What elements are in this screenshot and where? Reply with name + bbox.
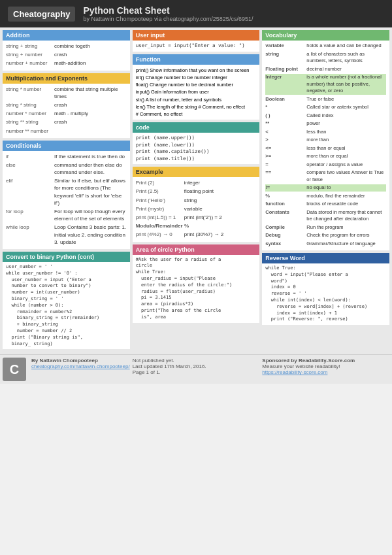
vocabulary-header: Vocabulary bbox=[262, 30, 389, 41]
section-reverseword: Reverse Word while True: word = input("P… bbox=[262, 253, 389, 325]
list-item: stringa list of characters such as numbe… bbox=[265, 51, 386, 65]
section-areacircle: Area of circle Python #Ask the user for … bbox=[133, 244, 260, 323]
section-code: code print (name.upper()) print (name.lo… bbox=[133, 122, 260, 164]
section-vocabulary: Vocabulary variableholds a value and can… bbox=[262, 30, 389, 250]
header: Cheatography Python Cheat Sheet by Natta… bbox=[0, 0, 392, 27]
list-item: <=less than or equal bbox=[265, 145, 386, 152]
list-item: Print (mystr) variable bbox=[136, 205, 257, 212]
footer-sponsor-link[interactable]: https://readability-score.com bbox=[262, 369, 327, 375]
reverseword-content: while True: word = input("Please enter a… bbox=[262, 263, 389, 325]
list-item: number ** number bbox=[6, 127, 127, 135]
list-item: *Called star or asterix symbol bbox=[265, 104, 386, 111]
list-item: >more than bbox=[265, 137, 386, 144]
list-item: functionblocks of reusable code bbox=[265, 201, 386, 208]
list-item: ==compare two values Answer is True or f… bbox=[265, 169, 386, 183]
main-content: Addition string + string combine togeth … bbox=[0, 27, 392, 354]
page-subtitle: by Nattawin Chompooteep via cheatography… bbox=[83, 16, 253, 22]
list-item: ( )Called index bbox=[265, 112, 386, 120]
list-item: print (4%2) → 0 print (30%7) → 2 bbox=[136, 231, 257, 238]
list-item: number + number math-addition bbox=[6, 59, 127, 67]
list-item: while loop Loop Contains 3 basic parts: … bbox=[6, 224, 127, 246]
section-conditionals: Conditionals if If the statement is true… bbox=[3, 141, 130, 249]
list-item: BooleanTrue or false bbox=[265, 96, 386, 103]
list-item: ConstantsData stored in memory that cann… bbox=[265, 209, 386, 223]
list-item: <less than bbox=[265, 129, 386, 136]
footer-page: Page 1 of 1. bbox=[133, 369, 161, 375]
column-right: Vocabulary variableholds a value and can… bbox=[262, 30, 389, 352]
logo: Cheatography bbox=[8, 7, 75, 22]
list-item: string + string combine togeth bbox=[6, 42, 127, 50]
footer-author-link[interactable]: cheatography.com/nattawin-chompooteep/ bbox=[31, 363, 130, 369]
footer-right: Sponsored by Readability-Score.com Measu… bbox=[262, 358, 389, 381]
convert-header: Convert to binary Python (cont) bbox=[3, 252, 130, 262]
logo-text: Cheatography bbox=[13, 9, 70, 19]
userinput-content: user_input = input("Enter a value: ") bbox=[133, 41, 260, 52]
section-function: Function print() Show information that y… bbox=[133, 54, 260, 120]
footer-logo: C bbox=[3, 358, 26, 381]
section-userinput: User input user_input = input("Enter a v… bbox=[133, 30, 260, 52]
footer: C By Nattawin Chompooteep cheatography.c… bbox=[0, 354, 392, 384]
list-item: >=more than or equal bbox=[265, 153, 386, 160]
list-item: Print ('Hello') string bbox=[136, 197, 257, 204]
page-title: Python Cheat Sheet bbox=[83, 5, 253, 16]
list-item: %modulo, find the remainder bbox=[265, 193, 386, 200]
section-multiplication: Multiplication and Exponents string * nu… bbox=[3, 73, 130, 138]
footer-mid: Not published yet. Last updated 17th Mar… bbox=[133, 358, 260, 381]
code-header: code bbox=[133, 122, 260, 133]
footer-author-name: By Nattawin Chompooteep bbox=[31, 358, 98, 363]
footer-left: C By Nattawin Chompooteep cheatography.c… bbox=[3, 358, 130, 381]
list-item: Print (2.5) floating point bbox=[136, 188, 257, 195]
function-content: print() Show information that you want o… bbox=[133, 65, 260, 120]
userinput-header: User input bbox=[133, 30, 260, 41]
list-item: else command under then else do command … bbox=[6, 161, 127, 176]
list-item: for loop For loop will loop though every… bbox=[6, 208, 127, 222]
reverseword-code: while True: word = input("Please enter a… bbox=[265, 265, 386, 323]
convert-code: user_number = ' ' while user_number != '… bbox=[6, 264, 127, 347]
list-item: CompileRun the program bbox=[265, 224, 386, 231]
column-mid: User input user_input = input("Enter a v… bbox=[133, 30, 260, 352]
section-addition: Addition string + string combine togeth … bbox=[3, 30, 130, 71]
footer-last-updated: Last updated 17th March, 2016. bbox=[133, 363, 206, 369]
conditionals-header: Conditionals bbox=[3, 141, 130, 151]
multiplication-content: string * number combine that string mult… bbox=[3, 84, 130, 138]
areacircle-code: #Ask the user for a radius of a circle w… bbox=[136, 257, 257, 321]
areacircle-content: #Ask the user for a radius of a circle w… bbox=[133, 255, 260, 323]
list-item: print (int(1.5)) = 1 print (int('2')) = … bbox=[136, 214, 257, 221]
list-item: if If the statement is true then do bbox=[6, 153, 127, 160]
reverseword-header: Reverse Word bbox=[262, 253, 389, 263]
list-item: **power bbox=[265, 120, 386, 127]
column-left: Addition string + string combine togeth … bbox=[3, 30, 130, 352]
list-item: elif Similar to if else, but elif allows… bbox=[6, 177, 127, 207]
function-header: Function bbox=[133, 54, 260, 65]
example-header: Excample bbox=[133, 167, 260, 177]
list-item: !=no equal to bbox=[265, 184, 386, 192]
code-lines: print (name.upper()) print (name.lower()… bbox=[136, 135, 257, 162]
vocabulary-content: variableholds a value and can be changed… bbox=[262, 41, 389, 250]
list-item: string ** string crash bbox=[6, 118, 127, 126]
list-item: string * number combine that string mult… bbox=[6, 86, 127, 100]
list-item: Print (2) integer bbox=[136, 179, 257, 186]
header-title-block: Python Cheat Sheet by Nattawin Chompoote… bbox=[83, 5, 253, 22]
list-item: string * string crash bbox=[6, 101, 127, 109]
list-item: DebugCheck the program for errors bbox=[265, 232, 386, 239]
footer-sponsor-desc: Measure your website readability! bbox=[262, 363, 340, 369]
list-item: Integeris a whole number (not a fraction… bbox=[265, 74, 386, 95]
list-item: Floating pointdecimal number bbox=[265, 66, 386, 73]
list-item: string + number crash bbox=[6, 51, 127, 58]
section-example: Excample Print (2) integer Print (2.5) f… bbox=[133, 167, 260, 241]
addition-header: Addition bbox=[3, 30, 130, 41]
userinput-code: user_input = input("Enter a value: ") bbox=[136, 42, 257, 50]
convert-content: user_number = ' ' while user_number != '… bbox=[3, 262, 130, 349]
code-content: print (name.upper()) print (name.lower()… bbox=[133, 133, 260, 164]
conditionals-content: if If the statement is true then do else… bbox=[3, 151, 130, 249]
footer-published: Not published yet. bbox=[133, 358, 174, 363]
list-item: number * number math - multiply bbox=[6, 110, 127, 117]
footer-sponsor-label: Sponsored by Readability-Score.com bbox=[262, 358, 355, 363]
list-item: variableholds a value and can be changed bbox=[265, 42, 386, 50]
list-item: Modulo/Remainder % bbox=[136, 222, 257, 229]
list-item: =operator / assigns a value bbox=[265, 161, 386, 169]
multiplication-header: Multiplication and Exponents bbox=[3, 73, 130, 84]
section-convert: Convert to binary Python (cont) user_num… bbox=[3, 252, 130, 349]
footer-author-block: By Nattawin Chompooteep cheatography.com… bbox=[31, 358, 130, 369]
addition-content: string + string combine togeth string + … bbox=[3, 41, 130, 71]
